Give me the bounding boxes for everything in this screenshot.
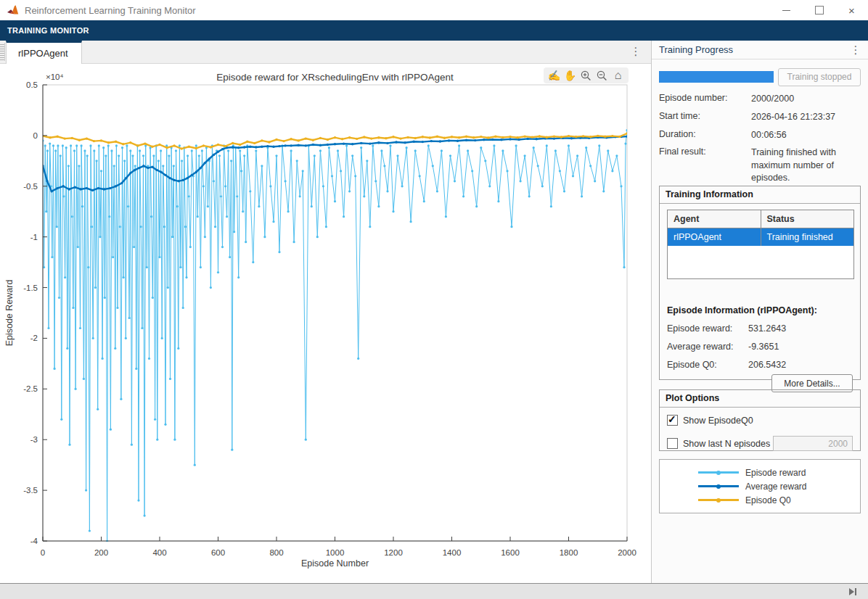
minimize-button[interactable] xyxy=(770,0,803,20)
field-label: Start time: xyxy=(659,111,700,121)
field-value: 2026-04-16 21:23:37 xyxy=(751,111,864,124)
window-title: Reinforcement Learning Training Monitor xyxy=(25,5,196,16)
maximize-icon xyxy=(815,6,824,15)
table-header-row: Agent Status xyxy=(668,210,853,228)
close-icon: × xyxy=(848,5,855,16)
legend-item-average-reward: Average reward xyxy=(660,479,860,493)
field-label: Final result: xyxy=(659,146,706,157)
window-controls: × xyxy=(770,0,868,20)
agent-cell: rlPPOAgent xyxy=(668,228,761,246)
show-episodeq0-row: ✓ Show EpisodeQ0 xyxy=(667,415,853,426)
legend-marker-dot xyxy=(716,498,721,503)
field-value: 206.5432 xyxy=(748,360,786,370)
training-progress-panel: Training Progress ⋮ Training stopped Epi… xyxy=(651,41,868,583)
zoom-out-icon xyxy=(596,70,608,82)
group-title: Training Information xyxy=(660,186,860,204)
legend-item-episode-reward: Episode reward xyxy=(660,466,860,479)
export-button[interactable]: ✍ xyxy=(547,68,561,83)
progress-row: Training stopped xyxy=(659,68,861,86)
document-menu-button[interactable]: ⋮ xyxy=(629,46,642,57)
plot-options-group: Plot Options ✓ Show EpisodeQ0 ✓ Show las… xyxy=(659,389,861,451)
x-tick-label: 1600 xyxy=(501,548,520,557)
panel-menu-button[interactable]: ⋮ xyxy=(849,45,862,55)
y-tick-label: -0.5 xyxy=(23,182,38,191)
x-tick-label: 800 xyxy=(269,548,283,557)
ribbon-tab-label[interactable]: TRAINING MONITOR xyxy=(7,26,89,35)
field-label: Duration: xyxy=(659,129,696,139)
x-tick-label: 1000 xyxy=(326,548,345,557)
column-header-status: Status xyxy=(761,210,854,228)
maximize-button[interactable] xyxy=(803,0,835,20)
training-information-group: Training Information Agent Status rlPPOA… xyxy=(659,186,861,380)
progress-bar xyxy=(659,71,774,83)
y-axis-label: Episode Reward xyxy=(4,280,15,347)
status-cell: Training finished xyxy=(761,228,854,246)
field-value: 00:06:56 xyxy=(751,129,864,142)
agent-table-row[interactable]: rlPPOAgent Training finished xyxy=(668,228,853,246)
x-tick-label: 600 xyxy=(211,548,225,557)
n-episodes-input[interactable] xyxy=(773,436,853,451)
close-button[interactable]: × xyxy=(835,0,868,20)
average-reward-row: Average reward: -9.3651 xyxy=(667,342,853,352)
home-icon: ⌂ xyxy=(615,70,622,80)
field-value: 531.2643 xyxy=(748,323,786,334)
kebab-menu-icon: ⋮ xyxy=(851,44,861,56)
training-stopped-label: Training stopped xyxy=(787,72,852,82)
y-tick-label: -2.5 xyxy=(23,384,38,393)
minimize-icon xyxy=(782,10,790,11)
column-header-agent: Agent xyxy=(668,210,761,228)
checkbox-label: Show last N episodes xyxy=(683,439,770,449)
tab-rlppoagent[interactable]: rlPPOAgent xyxy=(6,41,82,64)
chart-document-panel: 02004006008001000120014001600180020000.5… xyxy=(0,64,651,583)
checkmark-icon: ✓ xyxy=(668,413,676,425)
matlab-logo-icon xyxy=(7,4,19,17)
x-tick-label: 2000 xyxy=(618,548,636,557)
zoom-out-button[interactable] xyxy=(595,68,609,83)
episode-reward-row: Episode reward: 531.2643 xyxy=(667,323,853,334)
field-label: Episode Q0: xyxy=(667,360,717,370)
panel-header: Training Progress ⋮ xyxy=(652,41,868,59)
pan-button[interactable]: ✋ xyxy=(563,68,577,83)
tab-label: rlPPOAgent xyxy=(18,48,68,59)
training-stopped-button[interactable]: Training stopped xyxy=(778,68,861,86)
panel-content: Training stopped Episode number: 2000/20… xyxy=(652,59,868,584)
y-axis-multiplier: ×10⁴ xyxy=(46,73,64,81)
checkbox[interactable]: ✓ xyxy=(667,415,678,426)
progress-bar-fill xyxy=(659,71,774,83)
x-tick-label: 200 xyxy=(94,548,108,557)
chart-legend: Episode reward Average reward Episode Q0 xyxy=(659,459,861,513)
legend-label: Episode reward xyxy=(745,468,822,478)
legend-label: Average reward xyxy=(745,482,822,492)
y-tick-label: -2 xyxy=(30,334,38,342)
field-value: -9.3651 xyxy=(748,342,779,352)
y-tick-label: -4 xyxy=(30,537,38,545)
field-label: Episode number: xyxy=(659,93,728,103)
status-bar xyxy=(0,583,868,599)
show-last-n-episodes-row: ✓ Show last N episodes xyxy=(667,436,853,451)
legend-marker-dot xyxy=(716,484,721,489)
legend-label: Episode Q0 xyxy=(745,495,822,505)
zoom-in-button[interactable] xyxy=(579,68,593,83)
zoom-in-icon xyxy=(580,70,592,82)
table-empty-area xyxy=(668,246,853,278)
x-tick-label: 400 xyxy=(152,548,166,557)
restore-view-button[interactable]: ⌂ xyxy=(611,68,625,83)
x-tick-label: 0 xyxy=(41,548,45,557)
y-tick-label: -1 xyxy=(30,233,38,241)
legend-line-sample xyxy=(698,471,739,474)
kebab-menu-icon: ⋮ xyxy=(631,45,642,57)
panel-title: Training Progress xyxy=(659,44,733,55)
y-tick-label: -3.5 xyxy=(23,486,38,495)
document-tab-bar: rlPPOAgent ⋮ xyxy=(0,41,651,64)
episode-information-title: Episode Information (rlPPOAgent): xyxy=(667,305,817,315)
x-axis-label: Episode Number xyxy=(301,558,369,569)
legend-line-sample xyxy=(698,485,739,487)
legend-line-sample xyxy=(698,499,739,501)
episode-q0-row: Episode Q0: 206.5432 xyxy=(667,360,853,370)
legend-item-episode-q0: Episode Q0 xyxy=(660,493,860,507)
checkbox[interactable]: ✓ xyxy=(667,438,678,449)
y-tick-label: -1.5 xyxy=(23,284,38,292)
x-tick-label: 1200 xyxy=(384,548,403,557)
expand-statusbar-button[interactable] xyxy=(848,587,858,597)
panel-grip-handle[interactable] xyxy=(0,43,5,61)
